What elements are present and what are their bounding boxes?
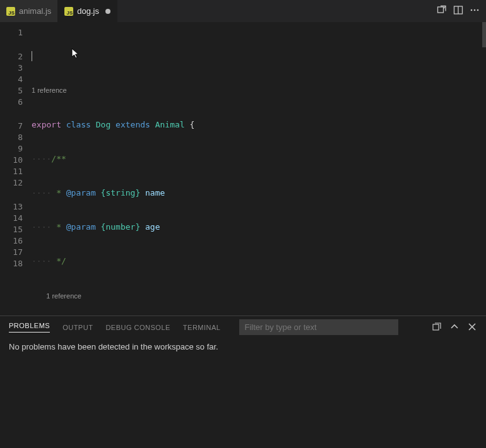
tab-animal-js[interactable]: JS animal.js — [0, 0, 58, 22]
close-panel-icon[interactable] — [467, 322, 477, 333]
text-cursor — [32, 51, 32, 61]
code-area[interactable]: 1 reference export class Dog extends Ani… — [32, 22, 486, 315]
problems-message: No problems have been detected in the wo… — [0, 338, 486, 355]
codelens-constructor[interactable]: 1 reference — [32, 290, 486, 302]
tab-label: dog.js — [77, 6, 99, 16]
dirty-indicator-icon — [105, 9, 110, 14]
collapse-all-icon[interactable] — [432, 322, 442, 333]
bottom-panel: PROBLEMS OUTPUT DEBUG CONSOLE TERMINAL — [0, 315, 486, 448]
problems-filter-input[interactable] — [239, 319, 398, 335]
split-editor-icon[interactable] — [453, 5, 463, 18]
panel-tabbar: PROBLEMS OUTPUT DEBUG CONSOLE TERMINAL — [0, 316, 486, 338]
code-line: export class Dog extends Animal { — [32, 119, 486, 131]
svg-point-4 — [474, 9, 476, 11]
editor-actions — [430, 0, 486, 22]
svg-rect-0 — [438, 7, 444, 13]
maximize-panel-icon[interactable] — [449, 322, 459, 333]
code-line: ···· */ — [32, 256, 486, 267]
tab-label: animal.js — [19, 6, 51, 16]
panel-tab-debug-console[interactable]: DEBUG CONSOLE — [105, 324, 170, 331]
svg-point-5 — [477, 9, 479, 11]
js-file-icon: JS — [64, 7, 73, 16]
mouse-cursor-icon — [71, 48, 80, 59]
problems-filter — [239, 319, 398, 335]
panel-tab-output[interactable]: OUTPUT — [62, 324, 93, 331]
more-actions-icon[interactable] — [470, 5, 480, 18]
js-file-icon: JS — [6, 7, 15, 16]
code-line: ···· * @param {number} age — [32, 221, 486, 233]
line-number-gutter: 1 2 3 4 5 6 7 8 9 10 11 12 13 14 15 16 1… — [0, 22, 32, 315]
panel-tab-terminal[interactable]: TERMINAL — [183, 324, 221, 331]
code-line: ····/** — [32, 153, 486, 165]
code-editor[interactable]: 1 2 3 4 5 6 7 8 9 10 11 12 13 14 15 16 1… — [0, 22, 486, 315]
editor-tabbar: JS animal.js JS dog.js — [0, 0, 486, 22]
panel-tab-problems[interactable]: PROBLEMS — [9, 322, 50, 333]
tab-dog-js[interactable]: JS dog.js — [58, 0, 117, 22]
svg-rect-6 — [433, 324, 439, 330]
svg-point-3 — [471, 9, 473, 11]
code-line: ···· * @param {string} name — [32, 187, 486, 199]
compare-changes-icon[interactable] — [437, 5, 447, 18]
codelens-class[interactable]: 1 reference — [32, 84, 486, 97]
